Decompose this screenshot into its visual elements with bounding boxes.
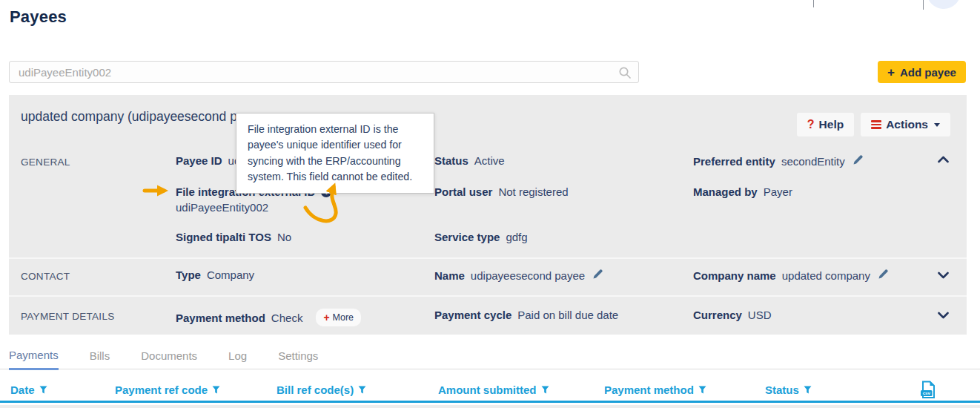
filter-icon[interactable] bbox=[698, 386, 706, 394]
filter-icon[interactable] bbox=[39, 386, 47, 394]
section-contact: CONTACT bbox=[21, 271, 70, 282]
field-currency: Currency USD bbox=[693, 309, 772, 321]
field-service-type: Service type gdfg bbox=[434, 231, 528, 243]
edit-icon[interactable] bbox=[852, 154, 864, 168]
payee-search bbox=[9, 61, 639, 83]
expand-payment-details-chevron-down-icon[interactable] bbox=[938, 309, 949, 322]
section-general: GENERAL bbox=[21, 157, 70, 168]
column-payment-method[interactable]: Payment method bbox=[604, 384, 706, 396]
export-csv-icon[interactable]: csv bbox=[920, 381, 936, 401]
header-divider bbox=[923, 0, 924, 10]
avatar[interactable] bbox=[927, 0, 961, 9]
column-amount-submitted[interactable]: Amount submitted bbox=[438, 384, 549, 396]
add-payee-button[interactable]: + Add payee bbox=[878, 61, 966, 83]
payee-panel-title: updated company (udipayeesecond p bbox=[21, 109, 237, 125]
section-payment-details: PAYMENT DETAILS bbox=[21, 311, 115, 322]
file-integration-tooltip: File integration external ID is the paye… bbox=[236, 113, 434, 194]
filter-icon[interactable] bbox=[212, 386, 220, 394]
tooltip-text: File integration external ID is the paye… bbox=[248, 123, 412, 182]
plus-icon: + bbox=[887, 66, 895, 79]
field-status: Status Active bbox=[434, 154, 505, 167]
help-label: Help bbox=[819, 118, 844, 131]
add-payee-label: Add payee bbox=[900, 66, 956, 79]
more-payment-methods-button[interactable]: + More bbox=[316, 309, 361, 326]
column-date[interactable]: Date bbox=[10, 384, 47, 396]
tab-settings[interactable]: Settings bbox=[278, 349, 318, 369]
header-divider bbox=[813, 0, 814, 7]
payee-tabs: Payments Bills Documents Log Settings bbox=[0, 346, 980, 369]
column-payment-ref-code[interactable]: Payment ref code bbox=[115, 384, 220, 396]
tab-payments[interactable]: Payments bbox=[9, 349, 59, 370]
field-company-name: Company name updated company bbox=[693, 269, 889, 282]
tab-log[interactable]: Log bbox=[228, 349, 247, 369]
edit-icon[interactable] bbox=[592, 269, 603, 282]
filter-icon[interactable] bbox=[804, 386, 812, 394]
actions-button[interactable]: Actions bbox=[861, 113, 950, 136]
section-divider bbox=[9, 295, 967, 297]
table-row-strip bbox=[0, 405, 980, 408]
edit-icon[interactable] bbox=[878, 269, 889, 282]
help-button[interactable]: ? Help bbox=[797, 113, 854, 136]
field-signed-tos: Signed tipalti TOS No bbox=[176, 231, 291, 243]
column-status[interactable]: Status bbox=[765, 384, 812, 396]
hamburger-icon bbox=[871, 120, 881, 129]
field-preferred-entity: Preferred entity secondEntity bbox=[693, 154, 864, 168]
collapse-general-chevron-up-icon[interactable] bbox=[938, 153, 949, 166]
payments-table-header: Date Payment ref code Bill ref code(s) A… bbox=[0, 377, 980, 403]
field-name: Name udipayeesecond payee bbox=[434, 269, 603, 282]
field-managed-by: Managed by Payer bbox=[693, 185, 792, 198]
search-input[interactable] bbox=[10, 62, 638, 82]
column-bill-ref-codes[interactable]: Bill ref code(s) bbox=[277, 384, 366, 396]
field-payment-method: Payment method Check + More bbox=[176, 309, 361, 326]
section-divider bbox=[9, 257, 967, 259]
field-file-integration-id-value: udiPayeeEntity002 bbox=[176, 201, 268, 214]
filter-icon[interactable] bbox=[358, 386, 366, 394]
search-icon[interactable] bbox=[618, 66, 632, 82]
payees-page: Payees + Add payee updated company (udip… bbox=[0, 0, 980, 408]
field-portal-user: Portal user Not registered bbox=[434, 185, 569, 198]
payee-detail-panel: updated company (udipayeesecond p ? Help… bbox=[9, 95, 967, 335]
expand-contact-chevron-down-icon[interactable] bbox=[938, 269, 949, 282]
field-type: Type Company bbox=[176, 269, 254, 281]
filter-icon[interactable] bbox=[541, 386, 549, 394]
field-payment-cycle: Payment cycle Paid on bill due date bbox=[434, 309, 618, 321]
chevron-down-icon bbox=[934, 123, 940, 127]
tab-documents[interactable]: Documents bbox=[141, 349, 197, 369]
plus-icon: + bbox=[323, 312, 329, 323]
actions-label: Actions bbox=[886, 118, 928, 131]
page-title: Payees bbox=[10, 7, 67, 27]
question-icon: ? bbox=[807, 118, 815, 131]
field-payee-id: Payee ID ud bbox=[176, 154, 240, 167]
svg-text:csv: csv bbox=[923, 390, 931, 395]
tab-bills[interactable]: Bills bbox=[90, 349, 110, 369]
